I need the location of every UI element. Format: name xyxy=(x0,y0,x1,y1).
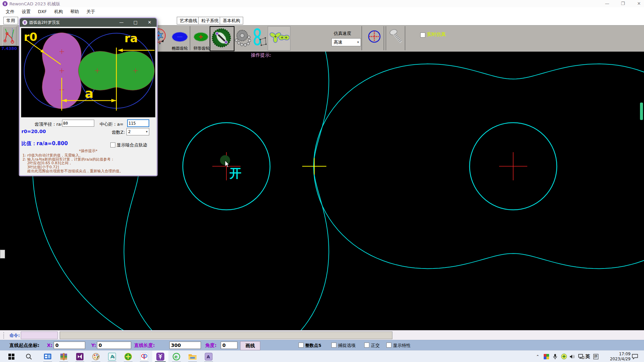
option-显示特性[interactable]: 显示特性 xyxy=(386,343,411,349)
svg-text:e: e xyxy=(174,354,178,359)
checkbox-label: 捕捉选项 xyxy=(338,343,356,348)
checkbox[interactable] xyxy=(331,343,336,348)
chain-sprocket-icon xyxy=(235,28,251,48)
roots-pump-tool[interactable] xyxy=(268,26,290,51)
r0-readout: r0=20.00 xyxy=(21,129,46,134)
checkbox[interactable] xyxy=(299,343,304,348)
tooth-count-select[interactable]: 2 ▾ xyxy=(126,128,149,135)
tray-microphone[interactable] xyxy=(551,351,559,362)
taskbar-app-font-tool[interactable]: A xyxy=(104,351,120,362)
taskbar-app-paint[interactable] xyxy=(88,351,104,362)
a-field-label: 中心距：a= xyxy=(100,121,123,127)
search-icon xyxy=(25,353,32,360)
taskbar-app-visual-studio[interactable] xyxy=(72,351,88,362)
taskbar-app-360-safety[interactable] xyxy=(120,351,136,362)
minimize-button[interactable]: — xyxy=(601,0,613,7)
ra-field-label: 齿顶半径：ra= xyxy=(35,121,64,127)
chevron-up-icon: ⌃ xyxy=(536,354,539,359)
vertical-scrollbar-thumb[interactable] xyxy=(640,103,643,120)
angle-input[interactable] xyxy=(221,342,237,349)
chevron-down-icon: ▾ xyxy=(146,128,148,135)
command-input[interactable] xyxy=(21,331,58,339)
linkage-tool-button[interactable] xyxy=(2,26,16,46)
menu-item-关于[interactable]: 关于 xyxy=(83,7,99,15)
draw-line-button[interactable]: 画线 xyxy=(240,341,260,350)
tray-volume[interactable] xyxy=(568,351,577,362)
checkbox[interactable] xyxy=(386,343,391,348)
screw-icon xyxy=(388,28,404,46)
taskbar-search-button[interactable] xyxy=(21,351,37,362)
letter-a-app-icon: A xyxy=(108,353,116,361)
oval-gear-tool[interactable] xyxy=(193,32,209,42)
center-distance-input[interactable] xyxy=(127,119,149,127)
roots-pump-dialog: 圆弧齿2叶罗茨泵 — □ ✕ r0 ra a 齿顶半径：ra= 中心距：a= xyxy=(20,18,157,175)
start-button[interactable] xyxy=(3,351,19,362)
line-length-input[interactable] xyxy=(169,342,201,349)
ime-mode-indicator[interactable]: 拼 xyxy=(592,351,600,362)
title-bar: RewonCAD 2023 机械版 — ❐ ✕ xyxy=(0,0,644,8)
green-shield-icon xyxy=(124,353,132,361)
ra-input[interactable] xyxy=(62,120,94,127)
tab-common[interactable]: 常用 xyxy=(3,17,18,24)
mesh-track-label: 显示啮合点轨迹 xyxy=(117,142,147,148)
ime-language-indicator[interactable]: 英 xyxy=(584,351,592,362)
realtime-sim-checkbox[interactable] xyxy=(420,33,425,38)
menu-item-帮助[interactable]: 帮助 xyxy=(66,7,83,15)
menu-item-设置[interactable]: 设置 xyxy=(18,7,34,15)
dialog-minimize-button[interactable]: — xyxy=(116,18,127,27)
ratio-readout: 比值：ra/a=0.800 xyxy=(21,140,68,147)
database-app-icon: A xyxy=(205,353,213,361)
center-target-tool[interactable] xyxy=(367,29,382,44)
elliptical-gear-label: 椭圆齿轮 xyxy=(169,46,190,51)
command-history-field[interactable] xyxy=(60,331,392,339)
checkbox[interactable] xyxy=(364,343,369,348)
taskbar-app-control-panel[interactable] xyxy=(40,351,56,362)
notification-icon xyxy=(632,354,638,359)
internal-gear-tool-selected[interactable] xyxy=(210,26,234,51)
chain-drive-tool[interactable] xyxy=(235,28,251,48)
x-input[interactable] xyxy=(54,342,85,349)
zoom-scale-readout: 7.4380 xyxy=(0,46,20,52)
restore-button[interactable]: ❐ xyxy=(617,0,629,7)
menu-item-机构[interactable]: 机构 xyxy=(50,7,66,15)
taskbar-app-rewoncad-active[interactable] xyxy=(152,351,168,362)
tab-粒子系统[interactable]: 粒子系统 xyxy=(198,17,222,24)
svg-text:ra: ra xyxy=(124,32,138,45)
option-正交[interactable]: 正交 xyxy=(364,343,380,349)
menu-item-文件[interactable]: 文件 xyxy=(2,7,18,15)
taskbar-app-winrar[interactable] xyxy=(56,351,72,362)
app-window: 开 操作提示: RewonCAD 2023 机械版 — ❐ ✕ 文件设置DXF机… xyxy=(0,0,644,362)
internal-gear-icon xyxy=(210,27,232,49)
tray-app-colorful[interactable] xyxy=(542,351,551,362)
tab-基本机构[interactable]: 基本机构 xyxy=(220,17,243,24)
sim-speed-select[interactable]: 高速 ▾ xyxy=(331,38,361,46)
option-捕捉选项[interactable]: 捕捉选项 xyxy=(331,343,356,349)
y-input[interactable] xyxy=(97,342,131,349)
tab-艺术曲线[interactable]: 艺术曲线 xyxy=(177,17,200,24)
taskbar-app-circles[interactable] xyxy=(136,351,152,362)
tray-safety-app[interactable] xyxy=(559,351,568,362)
tray-chevron-up[interactable]: ⌃ xyxy=(533,351,542,362)
curve-trace-tool[interactable] xyxy=(252,27,267,48)
figure-eight-icon xyxy=(252,27,267,48)
close-button[interactable]: ✕ xyxy=(633,0,644,7)
elliptical-gear-tool[interactable] xyxy=(171,31,189,43)
taskbar-app-file-explorer[interactable] xyxy=(184,351,201,362)
taskbar-clock[interactable]: 17:09 2023/4/29 xyxy=(604,352,631,362)
dialog-close-button[interactable]: ✕ xyxy=(144,18,155,27)
menu-item-DXF[interactable]: DXF xyxy=(34,8,50,14)
taskbar-app-database[interactable]: A xyxy=(201,351,217,362)
mesh-track-checkbox[interactable] xyxy=(110,142,115,147)
crosshair-target-icon xyxy=(367,29,382,44)
taskbar-app-internet-explorer[interactable]: e xyxy=(168,351,184,362)
realtime-sim-label: 实时仿真 xyxy=(427,32,446,38)
command-bar-grip[interactable] xyxy=(3,332,5,339)
dialog-maximize-button[interactable]: □ xyxy=(130,18,141,27)
option-整数点5[interactable]: 整数点5 xyxy=(299,343,321,349)
svg-text:操作提示:: 操作提示: xyxy=(251,52,271,58)
notification-center-button[interactable] xyxy=(630,351,640,362)
menu-items: 文件设置DXF机构帮助关于 xyxy=(0,7,644,15)
screw-tool[interactable] xyxy=(388,28,404,46)
dialog-title-bar[interactable]: 圆弧齿2叶罗茨泵 — □ ✕ xyxy=(20,18,157,27)
left-panel-grip[interactable] xyxy=(0,250,5,258)
